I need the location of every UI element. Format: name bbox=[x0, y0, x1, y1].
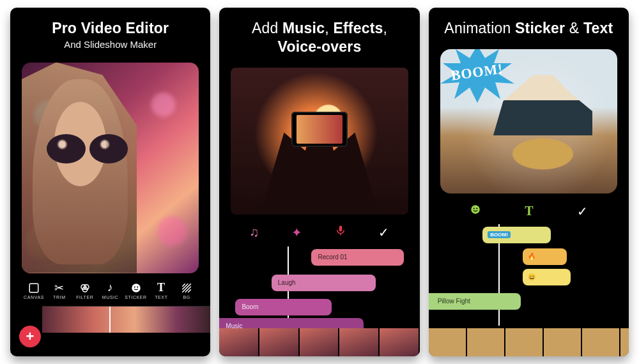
label: Pillow Fight bbox=[438, 298, 470, 305]
panel2-heading: Add Music, Effects, Voice-overs bbox=[219, 8, 419, 63]
tool-bg[interactable]: BG bbox=[174, 281, 199, 300]
audio-toolbar: ♫ ✦ ✓ bbox=[219, 215, 419, 246]
sticker-track-smile[interactable]: 😄 bbox=[523, 269, 571, 285]
track-label: Laugh bbox=[278, 279, 296, 286]
panel3-heading: Animation Sticker & Text bbox=[429, 8, 629, 44]
scissors-icon: ✂ bbox=[54, 281, 65, 295]
bg-icon bbox=[181, 281, 192, 295]
preview-photo bbox=[22, 63, 199, 273]
tool-label: TRIM bbox=[53, 295, 66, 300]
track-laugh[interactable]: Laugh bbox=[272, 275, 376, 291]
t: Text bbox=[583, 20, 613, 36]
panel1-subtitle: And Slideshow Maker bbox=[18, 39, 203, 51]
text-icon: T bbox=[157, 281, 166, 295]
sticker-track-text[interactable]: Pillow Fight bbox=[429, 293, 521, 310]
track-boom[interactable]: Boom bbox=[235, 299, 331, 315]
tool-label: MUSIC bbox=[102, 295, 119, 300]
track-label: Boom bbox=[242, 303, 258, 310]
text-icon[interactable]: T bbox=[525, 204, 533, 218]
svg-point-11 bbox=[476, 208, 477, 209]
tool-sticker[interactable]: STICKER bbox=[124, 281, 148, 300]
tool-label: FILTER bbox=[76, 295, 93, 300]
panel1-heading: Pro Video Editor And Slideshow Maker bbox=[10, 8, 210, 57]
track-record[interactable]: Record 01 bbox=[311, 249, 403, 266]
panel-music-effects: Add Music, Effects, Voice-overs ♫ ✦ ✓ Re… bbox=[219, 8, 419, 356]
filter-icon bbox=[79, 281, 91, 295]
svg-point-10 bbox=[473, 208, 475, 209]
emoji: 😄 bbox=[528, 273, 535, 280]
svg-rect-7 bbox=[339, 226, 343, 232]
music-note-icon: ♪ bbox=[107, 281, 114, 295]
tool-label: TEXT bbox=[155, 295, 167, 300]
preview-photo: BOOM! bbox=[440, 49, 617, 193]
chip: BOOM! bbox=[488, 231, 511, 238]
canvas-icon bbox=[28, 281, 40, 295]
svg-point-6 bbox=[137, 286, 138, 287]
sticker-track-fire[interactable]: 🔥 bbox=[523, 248, 567, 265]
effect-icon[interactable]: ✦ bbox=[291, 225, 302, 240]
svg-point-4 bbox=[132, 284, 141, 292]
music-icon[interactable]: ♫ bbox=[250, 225, 259, 239]
sticker-track-boom[interactable]: BOOM! bbox=[482, 227, 551, 243]
tool-trim[interactable]: ✂ TRIM bbox=[47, 281, 72, 300]
sticker-toolbar: T ✓ bbox=[429, 193, 629, 224]
t: Sticker bbox=[515, 20, 565, 36]
app-store-screenshots: Pro Video Editor And Slideshow Maker CAN… bbox=[10, 8, 629, 356]
t: Voice-overs bbox=[278, 38, 362, 55]
sticker-timeline[interactable]: BOOM! 🔥 😄 Pillow Fight bbox=[429, 224, 629, 356]
tool-filter[interactable]: FILTER bbox=[73, 281, 97, 300]
track-label: Record 01 bbox=[318, 254, 347, 261]
t: & bbox=[565, 20, 583, 36]
t: , bbox=[383, 20, 387, 36]
timeline-strip[interactable] bbox=[42, 306, 210, 333]
t: Animation bbox=[444, 20, 515, 36]
tool-canvas[interactable]: CANVAS bbox=[22, 281, 46, 300]
panel-pro-video-editor: Pro Video Editor And Slideshow Maker CAN… bbox=[10, 8, 210, 356]
confirm-icon[interactable]: ✓ bbox=[378, 225, 389, 240]
t: Add bbox=[252, 20, 282, 36]
svg-rect-0 bbox=[29, 284, 38, 292]
mic-icon[interactable] bbox=[335, 225, 346, 239]
boom-sticker[interactable]: BOOM! bbox=[440, 49, 520, 105]
emoji-icon[interactable] bbox=[470, 204, 481, 218]
audio-timeline[interactable]: Record 01 Laugh Boom Music bbox=[219, 246, 419, 357]
confirm-icon[interactable]: ✓ bbox=[577, 204, 588, 219]
add-button[interactable]: + bbox=[19, 326, 41, 347]
tool-label: STICKER bbox=[125, 295, 147, 300]
panel-sticker-text: Animation Sticker & Text BOOM! T ✓ BOOM!… bbox=[429, 8, 629, 356]
video-strip[interactable] bbox=[429, 328, 629, 356]
tool-music[interactable]: ♪ MUSIC bbox=[98, 281, 123, 300]
t: , bbox=[325, 20, 333, 36]
tool-label: BG bbox=[183, 295, 190, 300]
t: Music bbox=[282, 20, 325, 36]
svg-point-5 bbox=[134, 286, 135, 287]
tool-text[interactable]: T TEXT bbox=[149, 281, 173, 300]
emoji: 🔥 bbox=[528, 253, 535, 260]
editor-toolbar: CANVAS ✂ TRIM FILTER ♪ MUSIC STICKER T T… bbox=[10, 273, 210, 303]
svg-point-9 bbox=[471, 206, 480, 215]
panel1-title: Pro Video Editor bbox=[52, 20, 169, 36]
preview-photo bbox=[231, 68, 408, 215]
t: Effects bbox=[333, 20, 383, 36]
tool-label: CANVAS bbox=[24, 295, 44, 300]
video-strip[interactable] bbox=[219, 328, 419, 356]
sticker-icon bbox=[130, 281, 142, 295]
